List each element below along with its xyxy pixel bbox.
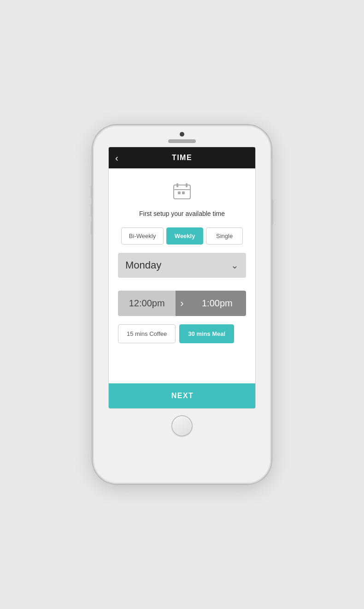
setup-text: First setup your available time xyxy=(139,210,225,217)
app-header: ‹ TIME xyxy=(109,147,255,168)
svg-rect-2 xyxy=(186,183,188,187)
next-button[interactable]: NEXT xyxy=(109,383,256,408)
back-arrow-icon: ‹ xyxy=(115,153,118,163)
freq-weekly-button[interactable]: Weekly xyxy=(166,227,203,245)
chevron-down-icon: ⌄ xyxy=(231,260,239,271)
time-row: 12:00pm › 1:00pm xyxy=(118,291,246,316)
phone-bottom xyxy=(171,409,193,441)
frequency-buttons: Bi-Weekly Weekly Single xyxy=(118,227,246,245)
time-end[interactable]: 1:00pm xyxy=(188,291,246,316)
freq-single-button[interactable]: Single xyxy=(206,227,243,245)
page-title: TIME xyxy=(172,154,192,162)
svg-rect-5 xyxy=(182,191,185,194)
app-content: First setup your available time Bi-Weekl… xyxy=(109,168,255,383)
duration-coffee-button[interactable]: 15 mins Coffee xyxy=(118,324,176,343)
duration-buttons: 15 mins Coffee 30 mins Meal xyxy=(118,324,246,343)
calendar-icon xyxy=(172,181,192,203)
volume-up-button xyxy=(91,204,93,217)
svg-rect-4 xyxy=(178,191,181,194)
day-selected-label: Monday xyxy=(125,259,161,271)
time-arrow-icon: › xyxy=(176,291,188,316)
speaker xyxy=(168,139,196,143)
duration-meal-button[interactable]: 30 mins Meal xyxy=(179,324,234,343)
phone-screen: ‹ TIME First setup your available time xyxy=(108,147,256,409)
svg-rect-1 xyxy=(176,183,178,187)
day-dropdown[interactable]: Monday ⌄ xyxy=(118,253,246,278)
volume-down-button xyxy=(91,221,93,234)
freq-biweekly-button[interactable]: Bi-Weekly xyxy=(121,227,164,245)
camera xyxy=(180,132,184,137)
back-button[interactable]: ‹ xyxy=(115,153,118,163)
phone-top xyxy=(93,125,271,147)
home-button[interactable] xyxy=(171,415,193,436)
time-start[interactable]: 12:00pm xyxy=(118,291,176,316)
phone-frame: ‹ TIME First setup your available time xyxy=(92,125,272,484)
